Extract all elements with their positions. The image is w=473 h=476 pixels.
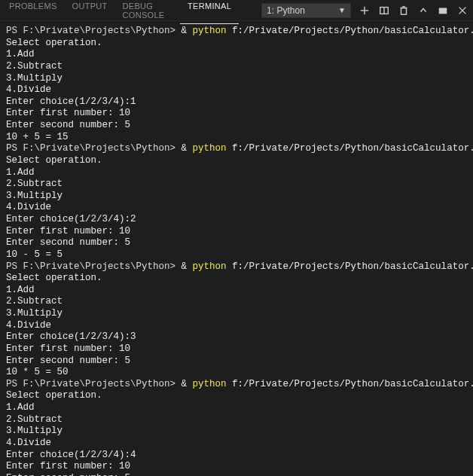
terminal-line: 4.Divide [6,320,467,332]
terminal-line: Enter second number: 5 [6,237,467,249]
terminal-line: 1.Add [6,167,467,179]
terminal-line: 4.Divide [6,438,467,450]
svg-rect-7 [439,8,447,14]
terminal-selector-label: 1: Python [267,5,305,16]
terminal-line: 3.Multiply [6,426,467,438]
tab-problems[interactable]: PROBLEMS [2,0,65,24]
tab-debug-console[interactable]: DEBUG CONSOLE [115,0,181,24]
terminal-line: Enter choice(1/2/3/4):4 [6,450,467,462]
terminal-line: Enter choice(1/2/3/4):3 [6,331,467,343]
chevron-down-icon: ▼ [338,6,346,14]
terminal-line: 10 + 5 = 15 [6,132,467,144]
terminal-line: 2.Subtract [6,296,467,308]
terminal-line: PS F:\Private\Projects\Python> & python … [6,143,467,155]
terminal-line: Select operation. [6,38,467,50]
terminal-line: 4.Divide [6,84,467,96]
panel-topbar: PROBLEMS OUTPUT DEBUG CONSOLE TERMINAL 1… [0,0,473,21]
terminal-line: Enter choice(1/2/3/4):1 [6,96,467,108]
terminal-line: Enter second number: 5 [6,473,467,476]
terminal-line: 2.Subtract [6,61,467,73]
terminal-selector[interactable]: 1: Python ▼ [261,3,351,18]
terminal-line: Enter first number: 10 [6,226,467,238]
terminal-line: 1.Add [6,49,467,61]
terminal-output[interactable]: PS F:\Private\Projects\Python> & python … [0,21,473,476]
terminal-line: 1.Add [6,402,467,414]
terminal-line: Enter second number: 5 [6,355,467,368]
terminal-line: 3.Multiply [6,191,467,203]
chevron-up-icon[interactable] [417,5,429,17]
terminal-line: Select operation. [6,273,467,285]
terminal-line: PS F:\Private\Projects\Python> & python … [6,379,467,391]
terminal-line: 10 * 5 = 50 [6,367,467,379]
terminal-line: Select operation. [6,390,467,402]
terminal-line: 4.Divide [6,202,467,214]
terminal-line: Select operation. [6,155,467,167]
terminal-line: PS F:\Private\Projects\Python> & python … [6,26,467,38]
svg-rect-4 [401,8,407,14]
close-panel-icon[interactable] [456,5,468,17]
kill-terminal-icon[interactable] [398,5,410,17]
terminal-line: 3.Multiply [6,73,467,85]
terminal-line: 2.Subtract [6,178,467,191]
terminal-line: Enter second number: 5 [6,120,467,132]
terminal-line: Enter first number: 10 [6,108,467,120]
terminal-line: 1.Add [6,285,467,297]
maximize-panel-icon[interactable] [437,5,449,17]
tab-terminal[interactable]: TERMINAL [180,0,239,24]
new-terminal-icon[interactable] [359,5,371,17]
split-terminal-icon[interactable] [378,5,390,17]
terminal-line: 10 - 5 = 5 [6,249,467,261]
terminal-line: PS F:\Private\Projects\Python> & python … [6,261,467,273]
tab-output[interactable]: OUTPUT [65,0,115,24]
terminal-line: 2.Subtract [6,414,467,426]
terminal-toolbar [359,5,468,17]
terminal-line: Enter first number: 10 [6,461,467,473]
panel-tabs: PROBLEMS OUTPUT DEBUG CONSOLE TERMINAL [2,0,239,24]
terminal-line: 3.Multiply [6,308,467,320]
terminal-line: Enter choice(1/2/3/4):2 [6,214,467,226]
terminal-line: Enter first number: 10 [6,343,467,355]
